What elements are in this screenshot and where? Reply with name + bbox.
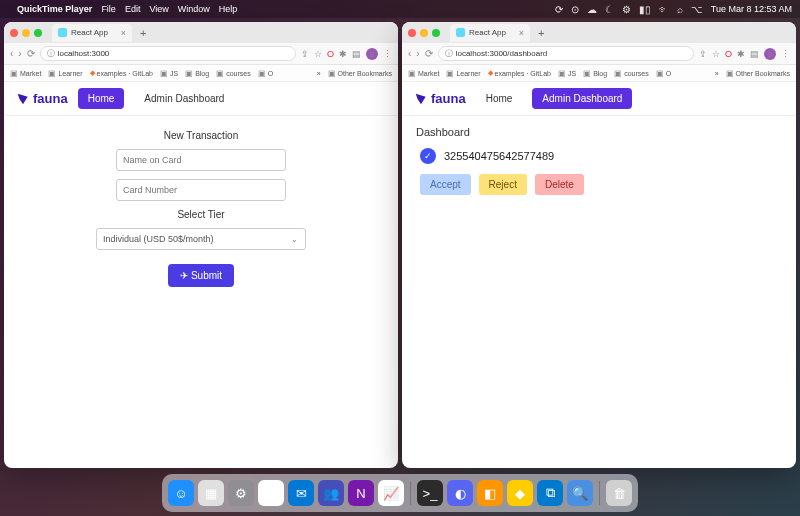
menubar-app-name[interactable]: QuickTime Player bbox=[17, 4, 92, 14]
menu-icon[interactable]: ⋮ bbox=[383, 49, 392, 59]
extension-icon[interactable]: ✱ bbox=[339, 49, 347, 59]
browser-tab[interactable]: React App × bbox=[450, 24, 530, 42]
reload-icon[interactable]: ⟳ bbox=[27, 48, 35, 59]
nav-back-icon[interactable]: ‹ bbox=[408, 48, 411, 59]
dock-app-outlook[interactable]: ✉ bbox=[288, 480, 314, 506]
bookmark-item[interactable]: ▣O bbox=[258, 69, 273, 78]
extension-icon[interactable]: ▤ bbox=[750, 49, 759, 59]
opera-icon[interactable]: O bbox=[725, 49, 732, 59]
dock-app-graph[interactable]: 📈 bbox=[378, 480, 404, 506]
bookmark-item[interactable]: ▣O bbox=[656, 69, 671, 78]
new-tab-button[interactable]: + bbox=[534, 27, 548, 39]
maximize-icon[interactable] bbox=[432, 29, 440, 37]
bookmark-item[interactable]: ▣Blog bbox=[185, 69, 209, 78]
close-icon[interactable] bbox=[408, 29, 416, 37]
wifi-icon[interactable]: ᯤ bbox=[659, 4, 669, 15]
status-icon[interactable]: ☾ bbox=[605, 4, 614, 15]
battery-icon[interactable]: ▮▯ bbox=[639, 4, 651, 15]
menu-view[interactable]: View bbox=[149, 4, 168, 14]
minimize-icon[interactable] bbox=[22, 29, 30, 37]
dock-app-onenote[interactable]: N bbox=[348, 480, 374, 506]
dock-app-app1[interactable]: ◧ bbox=[477, 480, 503, 506]
action-buttons: Accept Reject Delete bbox=[416, 174, 782, 195]
bookmark-item[interactable]: ◆examples · GitLab bbox=[90, 69, 153, 77]
minimize-icon[interactable] bbox=[420, 29, 428, 37]
share-icon[interactable]: ⇪ bbox=[301, 49, 309, 59]
address-bar[interactable]: ⓘ localhost:3000/dashboard bbox=[438, 46, 694, 61]
menu-icon[interactable]: ⋮ bbox=[781, 49, 790, 59]
search-icon[interactable]: ⌕ bbox=[677, 4, 683, 15]
bookmark-item[interactable]: ▣Learner bbox=[446, 69, 480, 78]
profile-avatar[interactable]: s bbox=[366, 48, 378, 60]
window-controls bbox=[10, 29, 42, 37]
menu-file[interactable]: File bbox=[101, 4, 116, 14]
status-icon[interactable]: ⚙ bbox=[622, 4, 631, 15]
status-icon[interactable]: ☁ bbox=[587, 4, 597, 15]
brand-logo[interactable]: fauna bbox=[16, 91, 68, 106]
menu-help[interactable]: Help bbox=[219, 4, 238, 14]
profile-avatar[interactable]: s bbox=[764, 48, 776, 60]
tab-close-icon[interactable]: × bbox=[121, 28, 126, 38]
share-icon[interactable]: ⇪ bbox=[699, 49, 707, 59]
tier-select[interactable] bbox=[96, 228, 306, 250]
address-bar[interactable]: ⓘ localhost:3000 bbox=[40, 46, 296, 61]
extension-icon[interactable]: ✱ bbox=[737, 49, 745, 59]
bookmarks-overflow[interactable]: » bbox=[715, 70, 719, 77]
dock-app-discord[interactable]: ◐ bbox=[447, 480, 473, 506]
submit-button[interactable]: ✈ Submit bbox=[168, 264, 234, 287]
dock-app-chrome[interactable]: ◉ bbox=[258, 480, 284, 506]
tab-close-icon[interactable]: × bbox=[519, 28, 524, 38]
menu-window[interactable]: Window bbox=[178, 4, 210, 14]
bookmark-item[interactable]: ▣Market bbox=[408, 69, 439, 78]
nav-back-icon[interactable]: ‹ bbox=[10, 48, 13, 59]
dock-app-trash[interactable]: 🗑 bbox=[606, 480, 632, 506]
dock-app-finder[interactable]: ☺ bbox=[168, 480, 194, 506]
nav-forward-icon[interactable]: › bbox=[416, 48, 419, 59]
nav-forward-icon[interactable]: › bbox=[18, 48, 21, 59]
dock-app-preview[interactable]: 🔍 bbox=[567, 480, 593, 506]
delete-button[interactable]: Delete bbox=[535, 174, 584, 195]
new-tab-button[interactable]: + bbox=[136, 27, 150, 39]
bookmark-icon[interactable]: ☆ bbox=[314, 49, 322, 59]
bookmark-item[interactable]: ▣JS bbox=[160, 69, 178, 78]
bookmark-item[interactable]: ▣Market bbox=[10, 69, 41, 78]
nav-admin-dashboard[interactable]: Admin Dashboard bbox=[532, 88, 632, 109]
dock-app-settings[interactable]: ⚙ bbox=[228, 480, 254, 506]
control-center-icon[interactable]: ⌥ bbox=[691, 4, 703, 15]
bookmark-item[interactable]: ◆examples · GitLab bbox=[488, 69, 551, 77]
dock-app-app2[interactable]: ◆ bbox=[507, 480, 533, 506]
status-icon[interactable]: ⊙ bbox=[571, 4, 579, 15]
bookmark-item[interactable]: ▣Learner bbox=[48, 69, 82, 78]
menubar-clock[interactable]: Tue Mar 8 12:53 AM bbox=[711, 4, 792, 14]
nav-home[interactable]: Home bbox=[78, 88, 125, 109]
close-icon[interactable] bbox=[10, 29, 18, 37]
extension-icon[interactable]: ▤ bbox=[352, 49, 361, 59]
address-bar-row: ‹ › ⟳ ⓘ localhost:3000/dashboard ⇪ ☆ O ✱… bbox=[402, 43, 796, 65]
brand-logo[interactable]: fauna bbox=[414, 91, 466, 106]
dock-app-vscode[interactable]: ⧉ bbox=[537, 480, 563, 506]
opera-icon[interactable]: O bbox=[327, 49, 334, 59]
other-bookmarks[interactable]: ▣Other Bookmarks bbox=[328, 69, 392, 78]
dock-app-launchpad[interactable]: ▦ bbox=[198, 480, 224, 506]
dock-app-teams[interactable]: 👥 bbox=[318, 480, 344, 506]
bookmark-item[interactable]: ▣Blog bbox=[583, 69, 607, 78]
nav-admin-dashboard[interactable]: Admin Dashboard bbox=[134, 88, 234, 109]
browser-tab[interactable]: React App × bbox=[52, 24, 132, 42]
accept-button[interactable]: Accept bbox=[420, 174, 471, 195]
site-info-icon: ⓘ bbox=[47, 48, 55, 59]
other-bookmarks[interactable]: ▣Other Bookmarks bbox=[726, 69, 790, 78]
reload-icon[interactable]: ⟳ bbox=[425, 48, 433, 59]
bookmark-item[interactable]: ▣JS bbox=[558, 69, 576, 78]
reject-button[interactable]: Reject bbox=[479, 174, 527, 195]
bookmark-item[interactable]: ▣courses bbox=[216, 69, 251, 78]
maximize-icon[interactable] bbox=[34, 29, 42, 37]
nav-home[interactable]: Home bbox=[476, 88, 523, 109]
status-icon[interactable]: ⟳ bbox=[555, 4, 563, 15]
card-number-input[interactable] bbox=[116, 179, 286, 201]
bookmarks-overflow[interactable]: » bbox=[317, 70, 321, 77]
menu-edit[interactable]: Edit bbox=[125, 4, 141, 14]
dock-app-terminal[interactable]: >_ bbox=[417, 480, 443, 506]
bookmark-item[interactable]: ▣courses bbox=[614, 69, 649, 78]
bookmark-icon[interactable]: ☆ bbox=[712, 49, 720, 59]
name-on-card-input[interactable] bbox=[116, 149, 286, 171]
